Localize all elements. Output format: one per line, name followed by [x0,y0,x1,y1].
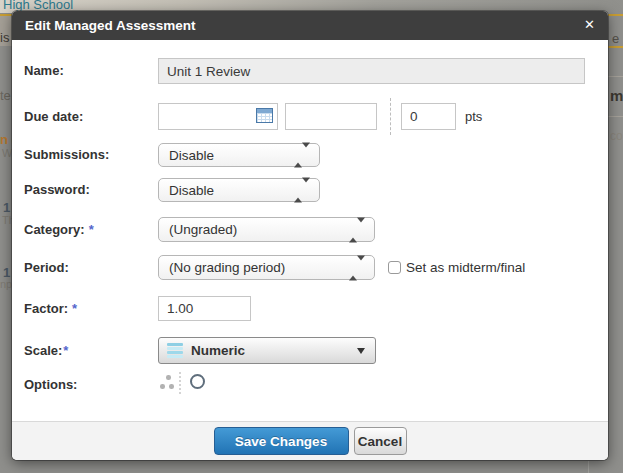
dialog-header: Edit Managed Assessment ✕ [12,11,608,40]
backdrop-text-fragment: co [610,129,623,143]
chevron-down-icon [357,348,365,354]
scale-label: Scale:* [24,337,68,364]
edit-managed-assessment-dialog: Edit Managed Assessment ✕ Name: Due date… [12,11,608,460]
backdrop-text-fragment: te [0,88,11,103]
close-icon[interactable]: ✕ [584,18,595,32]
required-asterisk: * [72,301,77,316]
required-asterisk: * [63,343,68,358]
due-date-separator [390,98,391,135]
backdrop-text-fragment: W [2,147,12,159]
backdrop-divider [608,76,623,77]
backdrop-text-fragment: np [0,278,12,290]
category-select[interactable]: (Ungraded) [158,217,375,242]
backdrop-divider [588,461,589,473]
scale-dropdown[interactable]: Numeric [158,337,376,364]
factor-input[interactable] [158,296,251,321]
scale-dropdown-value: Numeric [191,343,245,358]
select-updown-icon [294,183,310,198]
backdrop-yellow-line [608,14,623,16]
name-input[interactable] [158,58,585,84]
save-changes-button[interactable]: Save Changes [214,427,349,455]
screen: High School is te n ( W 1 Th 1 np e m co… [0,0,623,473]
dots-cluster-icon[interactable] [159,375,174,389]
select-updown-icon [349,222,365,237]
backdrop-text-fragment: m [610,87,623,104]
period-select[interactable]: (No grading period) [158,255,375,280]
password-select-value: Disable [169,183,214,198]
dialog-title: Edit Managed Assessment [12,18,196,33]
select-updown-icon [349,260,365,275]
options-divider [179,372,181,394]
name-label: Name: [24,58,64,84]
numeric-scale-icon [167,343,183,358]
points-input[interactable] [401,103,456,130]
backdrop-text-fragment: is [0,30,9,45]
category-label: Category:* [24,217,94,242]
period-label: Period: [24,255,69,280]
midterm-final-checkbox[interactable] [388,261,401,274]
due-date-field-wrap [158,103,278,130]
circle-option-icon[interactable] [190,374,205,389]
points-suffix: pts [465,103,482,130]
backdrop-divider [608,116,623,117]
submissions-label: Submissions: [24,143,109,167]
factor-label: Factor:* [24,296,77,321]
dialog-footer: Save Changes Cancel [12,421,608,460]
password-label: Password: [24,178,90,202]
midterm-final-checkbox-label: Set as midterm/final [406,255,525,280]
category-select-value: (Ungraded) [169,222,237,237]
options-label: Options: [24,374,77,396]
backdrop-text-fragment: 1 [3,200,10,215]
backdrop-text-fragment: e [612,31,619,46]
period-select-value: (No grading period) [169,260,285,275]
backdrop-yellow-line [608,46,623,48]
calendar-icon[interactable] [256,108,273,123]
due-date-label: Due date: [24,103,83,130]
due-time-input[interactable] [285,103,377,130]
submissions-select-value: Disable [169,148,214,163]
password-select[interactable]: Disable [158,178,320,202]
cancel-button[interactable]: Cancel [354,427,407,455]
select-updown-icon [294,148,310,163]
required-asterisk: * [89,222,94,237]
submissions-select[interactable]: Disable [158,143,320,167]
